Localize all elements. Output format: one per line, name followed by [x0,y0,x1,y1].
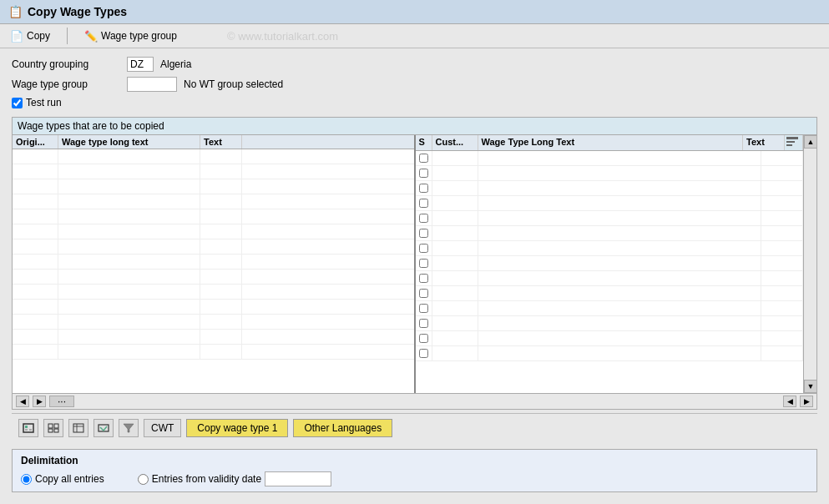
cell-s[interactable] [416,151,432,165]
toolbar-icon-btn-2[interactable] [43,419,63,437]
cell-text2 [761,241,803,255]
cell-text2 [761,211,803,225]
horizontal-scroll-handle[interactable]: ··· [49,396,74,407]
row-checkbox[interactable] [419,274,428,283]
row-checkbox[interactable] [419,214,428,223]
table-row[interactable] [13,315,414,330]
other-languages-button[interactable]: Other Languages [293,419,392,437]
cell-longtext [58,345,200,359]
table-row[interactable] [13,164,414,179]
cell-s[interactable] [416,196,432,210]
right-scroll-left-btn[interactable]: ◀ [783,396,796,407]
cell-s[interactable] [416,301,432,315]
row-checkbox[interactable] [419,229,428,238]
cell-text2 [761,226,803,240]
col-icon[interactable] [785,135,803,150]
table-row[interactable] [416,271,804,286]
copy-toolbar-label: Copy [27,30,50,42]
row-checkbox[interactable] [419,259,428,268]
cell-text2 [761,181,803,195]
copy-all-radio[interactable] [21,474,32,485]
vertical-scrollbar[interactable]: ▲ ▼ [803,135,816,393]
row-checkbox[interactable] [419,304,428,313]
table-row[interactable] [416,286,804,301]
scroll-up-btn[interactable]: ▲ [804,135,816,149]
table-row[interactable] [13,345,414,360]
filter-icon-btn[interactable] [119,419,139,437]
copy-all-option[interactable]: Copy all entries [21,473,104,485]
table-row[interactable] [416,346,804,361]
cell-s[interactable] [416,241,432,255]
table-row[interactable] [416,241,804,256]
toolbar-icon-btn-4[interactable] [94,419,114,437]
toolbar-icon-btn-3[interactable] [68,419,88,437]
table-row[interactable] [416,316,804,331]
cell-s[interactable] [416,256,432,270]
cell-text [200,209,242,224]
cell-s[interactable] [416,286,432,300]
table-row[interactable] [416,181,804,196]
table-row[interactable] [416,166,804,181]
cell-s[interactable] [416,316,432,330]
cell-cust [432,301,478,315]
cell-text [200,255,242,269]
row-checkbox[interactable] [419,319,428,328]
cell-s[interactable] [416,271,432,285]
table-row[interactable] [13,179,414,194]
cell-cust [432,256,478,270]
row-checkbox[interactable] [419,334,428,343]
table-row[interactable] [13,224,414,239]
table-row[interactable] [13,239,414,255]
cell-wt-long [478,196,762,210]
scroll-right-btn[interactable]: ▶ [33,396,46,407]
row-checkbox[interactable] [419,169,428,178]
table-row[interactable] [416,151,804,166]
table-row[interactable] [13,255,414,270]
page-title: Copy Wage Types [28,5,127,18]
wage-type-group-input[interactable] [127,77,177,92]
copy-wage-type-button[interactable]: Copy wage type 1 [186,419,288,437]
cell-s[interactable] [416,346,432,360]
wage-type-group-toolbar-btn[interactable]: ✏️ Wage type group [81,28,180,44]
right-scroll-right-btn[interactable]: ▶ [800,396,813,407]
table-row[interactable] [416,256,804,271]
svg-rect-3 [23,424,33,432]
table-row[interactable] [13,330,414,345]
row-checkbox[interactable] [419,184,428,193]
row-checkbox[interactable] [419,199,428,208]
scroll-down-btn[interactable]: ▼ [804,380,816,393]
row-checkbox[interactable] [419,244,428,253]
table-row[interactable] [416,196,804,211]
svg-rect-4 [25,426,28,428]
validity-date-input[interactable] [265,471,331,486]
col-cust: Cust... [432,135,478,150]
cell-s[interactable] [416,211,432,225]
table-row[interactable] [13,209,414,224]
svg-marker-15 [124,424,134,432]
table-row[interactable] [416,226,804,241]
cell-s[interactable] [416,331,432,345]
entries-from-option[interactable]: Entries from validity date [138,471,331,486]
table-row[interactable] [13,194,414,209]
entries-from-radio[interactable] [138,474,149,485]
row-checkbox[interactable] [419,289,428,298]
cwt-button[interactable]: CWT [144,419,181,437]
test-run-checkbox[interactable] [12,98,23,108]
table-row[interactable] [416,301,804,316]
cell-s[interactable] [416,181,432,195]
table-row[interactable] [13,300,414,315]
table-row[interactable] [13,149,414,164]
cell-s[interactable] [416,166,432,180]
cell-s[interactable] [416,226,432,240]
table-row[interactable] [416,211,804,226]
country-code-input[interactable] [127,57,154,72]
table-row[interactable] [13,270,414,285]
table-row[interactable] [416,331,804,346]
copy-toolbar-btn[interactable]: 📄 Copy [7,28,53,44]
row-checkbox[interactable] [419,154,428,163]
row-checkbox[interactable] [419,349,428,358]
scroll-left-btn[interactable]: ◀ [16,396,29,407]
cell-wt-long [478,166,762,180]
toolbar-icon-btn-1[interactable]: < rect x="8" y="3" width="3" height="3" … [18,419,38,437]
table-row[interactable] [13,285,414,300]
